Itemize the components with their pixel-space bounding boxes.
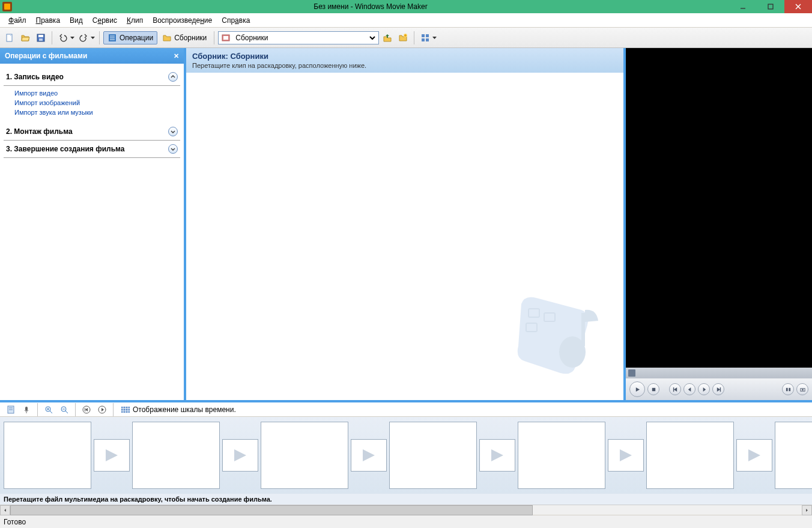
svg-point-30	[802, 389, 804, 390]
menu-file[interactable]: Файл	[4, 14, 31, 26]
storyboard-slot[interactable]	[775, 422, 812, 489]
storyboard-slot[interactable]	[132, 422, 220, 489]
chevron-up-icon	[168, 72, 178, 82]
storyboard-slot[interactable]	[518, 422, 605, 489]
watermark-icon	[503, 280, 611, 388]
view-mode-button[interactable]	[418, 31, 432, 45]
stop-button[interactable]	[647, 383, 659, 395]
new-button[interactable]	[2, 31, 17, 45]
zoom-out-button[interactable]	[57, 402, 71, 417]
storyboard-transition[interactable]	[479, 439, 515, 472]
app-icon	[2, 2, 12, 11]
horizontal-scrollbar[interactable]	[0, 505, 812, 515]
svg-rect-15	[422, 34, 425, 37]
task-link-import-video[interactable]: Импорт видео	[14, 88, 180, 98]
next-clip-button[interactable]	[712, 383, 724, 395]
collections-toggle[interactable]: Сборники	[159, 32, 210, 44]
prev-frame-button[interactable]	[683, 383, 695, 395]
up-level-button[interactable]	[380, 31, 395, 45]
open-button[interactable]	[18, 31, 32, 45]
timeline-icon	[121, 405, 130, 414]
svg-rect-24	[652, 387, 655, 390]
task-section-capture[interactable]: 1. Запись видео	[4, 68, 180, 86]
task-link-import-images[interactable]: Импорт изображений	[14, 98, 180, 108]
timeline-view-toggle[interactable]: Отображение шкалы времени.	[117, 404, 240, 416]
task-section-finish[interactable]: 3. Завершение создания фильма	[4, 141, 180, 158]
task-section-edit-title: 2. Монтаж фильма	[6, 127, 73, 136]
menu-edit[interactable]: Правка	[31, 14, 65, 26]
collection-combo-icon	[221, 33, 231, 43]
task-section-edit[interactable]: 2. Монтаж фильма	[4, 123, 180, 141]
redo-button[interactable]	[76, 31, 91, 45]
menu-play[interactable]: Воспроизведение	[148, 14, 217, 26]
rewind-button[interactable]	[79, 402, 94, 417]
close-button[interactable]	[784, 0, 812, 13]
undo-button[interactable]	[56, 31, 70, 45]
task-link-import-audio[interactable]: Импорт звука или музыки	[14, 108, 180, 117]
minimize-button[interactable]	[729, 0, 757, 13]
chevron-down-icon	[168, 127, 178, 136]
snapshot-button[interactable]	[796, 383, 808, 395]
svg-rect-26	[720, 387, 720, 391]
svg-rect-1	[768, 4, 773, 9]
preview-video	[626, 48, 812, 368]
menu-bar: Файл Правка Вид Сервис Клип Воспроизведе…	[0, 13, 812, 28]
save-button[interactable]	[34, 31, 48, 45]
play-timeline-button[interactable]	[95, 402, 109, 417]
title-bar: Без имени - Windows Movie Maker	[0, 0, 812, 13]
seek-handle-icon[interactable]	[628, 369, 635, 377]
task-pane-close-icon[interactable]: ✕	[174, 52, 179, 60]
collection-hint: Перетащите клип на раскадровку, располож…	[192, 62, 617, 69]
storyboard-hint: Перетащите файл мультимедиа на раскадров…	[0, 494, 812, 505]
menu-service[interactable]: Сервис	[88, 14, 122, 26]
narrate-button[interactable]	[19, 402, 34, 417]
storyboard-slot[interactable]	[4, 422, 91, 489]
play-button[interactable]	[629, 381, 645, 397]
toolbar: Операции Сборники Сборники	[0, 28, 812, 48]
storyboard-transition[interactable]	[222, 439, 258, 472]
redo-dropdown[interactable]	[89, 37, 95, 39]
svg-rect-7	[39, 38, 43, 41]
svg-rect-6	[38, 35, 43, 37]
undo-dropdown[interactable]	[69, 37, 75, 39]
svg-rect-18	[426, 38, 429, 41]
storyboard-slot[interactable]	[389, 422, 477, 489]
storyboard-transition[interactable]	[608, 439, 644, 472]
menu-view[interactable]: Вид	[65, 14, 88, 26]
list-icon	[108, 33, 117, 43]
svg-line-41	[65, 411, 68, 413]
scroll-left-button[interactable]	[0, 505, 10, 515]
scroll-right-button[interactable]	[802, 505, 812, 515]
storyboard-transition[interactable]	[736, 439, 772, 472]
menu-help[interactable]: Справка	[217, 14, 255, 26]
maximize-button[interactable]	[757, 0, 784, 13]
operations-toggle[interactable]: Операции	[103, 31, 157, 44]
storyboard-slot[interactable]	[261, 422, 348, 489]
preview-seek-bar[interactable]	[626, 368, 812, 378]
menu-clip[interactable]: Клип	[122, 14, 148, 26]
preview-controls	[626, 378, 812, 400]
collection-select[interactable]: Сборники	[233, 33, 377, 43]
zoom-in-button[interactable]	[41, 402, 56, 417]
scroll-thumb[interactable]	[10, 505, 533, 515]
storyboard-transition[interactable]	[94, 439, 130, 472]
status-bar: Готово	[0, 515, 812, 528]
chevron-down-icon	[168, 144, 178, 154]
next-frame-button[interactable]	[698, 383, 710, 395]
storyboard-slot[interactable]	[646, 422, 734, 489]
new-collection-button[interactable]	[396, 31, 410, 45]
split-clip-button[interactable]	[782, 383, 794, 395]
timeline-properties-button[interactable]	[4, 402, 18, 417]
storyboard-transition[interactable]	[351, 439, 387, 472]
timeline-toolbar: Отображение шкалы времени.	[0, 402, 812, 417]
svg-rect-16	[426, 34, 429, 37]
svg-rect-17	[422, 38, 425, 41]
collection-combo[interactable]: Сборники	[218, 31, 379, 44]
storyboard[interactable]	[0, 417, 812, 494]
collections-label: Сборники	[174, 34, 207, 42]
svg-line-37	[50, 411, 52, 413]
view-mode-dropdown[interactable]	[431, 37, 437, 39]
timeline-toggle-label: Отображение шкалы времени.	[133, 405, 236, 414]
svg-rect-13	[223, 36, 228, 40]
prev-clip-button[interactable]	[669, 383, 681, 395]
